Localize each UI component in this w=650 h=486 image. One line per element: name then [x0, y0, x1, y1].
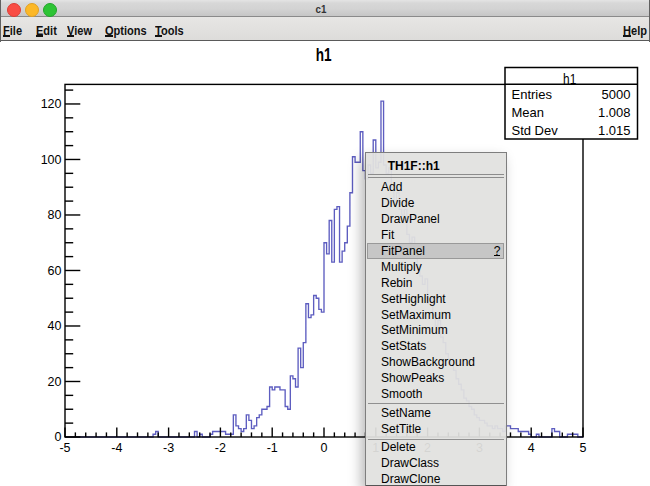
svg-text:100: 100	[41, 153, 62, 167]
svg-text:80: 80	[48, 208, 62, 222]
svg-text:40: 40	[48, 319, 62, 333]
svg-text:5: 5	[580, 441, 587, 455]
svg-text:4: 4	[528, 441, 535, 455]
svg-text:-4: -4	[111, 441, 122, 455]
svg-text:60: 60	[48, 264, 62, 278]
svg-text:0: 0	[321, 441, 328, 455]
svg-text:120: 120	[41, 97, 62, 111]
svg-text:20: 20	[48, 375, 62, 389]
svg-text:-2: -2	[215, 441, 226, 455]
svg-text:-1: -1	[267, 441, 278, 455]
svg-text:1.008: 1.008	[591, 105, 631, 120]
svg-text:Std Dev: Std Dev	[512, 123, 562, 138]
svg-text:h1: h1	[563, 70, 576, 87]
svg-text:1.015: 1.015	[591, 123, 631, 138]
svg-text:0: 0	[55, 430, 62, 444]
svg-text:Entries: Entries	[512, 87, 556, 102]
svg-text:Mean: Mean	[512, 105, 548, 120]
svg-text:h1: h1	[316, 44, 332, 65]
svg-text:5000: 5000	[598, 87, 631, 102]
svg-text:-3: -3	[163, 441, 174, 455]
